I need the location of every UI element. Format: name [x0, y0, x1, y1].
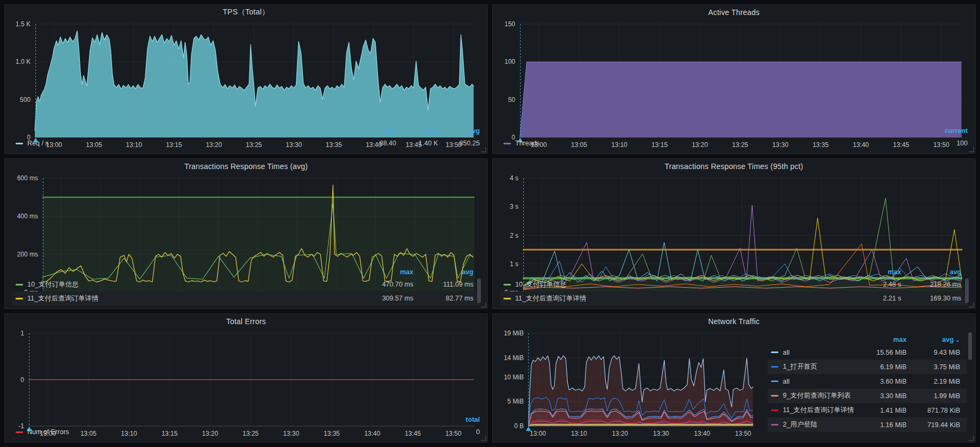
panel-resize-handle[interactable] [969, 302, 974, 307]
svg-text:3 s: 3 s [510, 203, 518, 210]
legend-scrollbar[interactable] [477, 279, 481, 303]
series-color-dash [16, 431, 23, 433]
legend-stat-value: 719.44 KiB [907, 421, 960, 429]
panel-header[interactable]: Transactions Response Times (avg) [5, 159, 487, 174]
legend-series-label[interactable]: 1_打开首页 [783, 362, 857, 371]
legend-row: 2_用户登陆1.16 MiB719.44 KiB [768, 417, 967, 432]
panel-title[interactable]: Transactions Response Times (95th pct) [665, 162, 803, 171]
legend-stat-value: 9.43 MiB [907, 349, 960, 356]
legend-column-header-avg[interactable]: avg [438, 127, 480, 135]
legend-stat-value: 6.19 MiB [857, 363, 907, 371]
panel-resize-handle[interactable] [481, 302, 486, 307]
annotation-marker-icon[interactable] [526, 427, 531, 431]
legend-series-label[interactable]: 10_支付订单信息 [27, 280, 353, 289]
legend-stat-value: 1.41 MiB [857, 407, 907, 414]
legend-stat-value: 3.30 MiB [857, 392, 907, 400]
network-traffic-legend: maxavg⌄all15.56 MiB9.43 MiB1_打开首页6.19 Mi… [758, 329, 972, 440]
legend-scrollbar[interactable] [968, 332, 972, 360]
legend-series-label[interactable]: 9_支付前查询订单列表 [783, 391, 857, 400]
legend-series-label[interactable]: Num of Errors [27, 428, 436, 436]
total-errors-chart[interactable]: 13:0013:0513:1013:1513:2013:2513:3013:35… [9, 329, 482, 414]
tps-legend: minmaxavgReq / s88.401.40 K850.25 [9, 126, 482, 151]
panel-header[interactable]: Total Errors [5, 314, 487, 329]
legend-stat-value: 169.30 ms [901, 295, 961, 302]
legend-series-label[interactable]: all [783, 349, 857, 356]
panel-title[interactable]: Active Threads [708, 8, 760, 17]
legend-column-header-max[interactable]: max [841, 268, 901, 276]
active-threads-legend: currentThreads100 [497, 126, 970, 151]
svg-text:13:30: 13:30 [653, 430, 669, 437]
legend-header-row: minmaxavg [12, 126, 480, 136]
legend-row: all3.60 MiB2.19 MiB [768, 374, 967, 389]
legend-column-header-max[interactable]: max [857, 336, 907, 343]
panel-resize-handle[interactable] [969, 436, 974, 441]
legend-header-row: current [500, 126, 968, 136]
sort-caret-icon: ⌄ [955, 336, 960, 343]
legend-stat-value: 309.57 ms [353, 295, 413, 302]
legend-stat-value: 15.56 MiB [857, 349, 907, 356]
panel-header[interactable]: Active Threads [493, 5, 975, 20]
legend-column-header-max[interactable]: max [396, 127, 438, 135]
series-color-dash [503, 298, 511, 299]
legend-column-header-max[interactable]: max [353, 268, 413, 276]
legend-column-header-min[interactable]: min [354, 127, 396, 135]
legend-series-label[interactable]: Req / s [27, 140, 354, 147]
legend-stat-value: 82.77 ms [413, 295, 473, 302]
panel-header[interactable]: Network Traffic [493, 314, 975, 329]
network-traffic-chart[interactable]: 13:0013:1013:2013:3013:4013:500 B5 MiB10… [497, 329, 758, 440]
svg-text:500: 500 [20, 96, 31, 104]
svg-text:10 MiB: 10 MiB [504, 373, 524, 381]
series-color-dash [771, 380, 778, 382]
legend-series-label[interactable]: 2_用户登陆 [783, 420, 857, 429]
legend-stat-value: 850.25 [438, 140, 480, 147]
panel-response-times-95th: Transactions Response Times (95th pct) 1… [492, 158, 976, 309]
response-times-95th-chart[interactable]: 13:0013:0513:1013:1513:2013:2513:3013:35… [497, 174, 970, 267]
panel-title[interactable]: Total Errors [226, 317, 266, 326]
legend-series-label[interactable]: 10_支付订单信息 [515, 280, 841, 289]
legend-stat-value: 0 [436, 428, 480, 436]
panel-title[interactable]: TPS（Total） [223, 8, 270, 17]
panel-resize-handle[interactable] [481, 436, 486, 441]
svg-text:1.5 K: 1.5 K [16, 20, 31, 28]
legend-stat-value: 470.70 ms [353, 281, 413, 288]
legend-scrollbar[interactable] [965, 279, 969, 303]
legend-column-header-current[interactable]: current [924, 127, 968, 135]
legend-column-header-avg[interactable]: avg⌄ [907, 336, 960, 343]
panel-header[interactable]: TPS（Total） [5, 5, 487, 20]
grafana-dashboard: TPS（Total） 13:0013:0513:1013:1513:2013:2… [0, 0, 980, 447]
series-color-dash [771, 409, 778, 411]
panel-title[interactable]: Transactions Response Times (avg) [184, 162, 308, 171]
legend-row: 10_支付订单信息470.70 ms111.09 ms [12, 277, 480, 291]
panel-resize-handle[interactable] [481, 147, 486, 152]
panel-response-times-avg: Transactions Response Times (avg) 13:001… [4, 158, 488, 309]
legend-stat-value: 218.26 ms [901, 281, 961, 288]
svg-text:0 B: 0 B [514, 422, 524, 430]
legend-column-header-avg[interactable]: avg [901, 268, 961, 276]
legend-stat-value: 100 [924, 140, 968, 147]
legend-series-label[interactable]: 11_支付后查询订单详情 [515, 294, 841, 303]
tps-chart[interactable]: 13:0013:0513:1013:1513:2013:2513:3013:35… [9, 20, 482, 126]
legend-column-header-total[interactable]: total [436, 416, 480, 423]
legend-series-label[interactable]: 11_支付后查询订单详情 [27, 294, 353, 303]
legend-stat-value: 871.78 KiB [907, 407, 960, 414]
legend-stat-value: 2.21 s [841, 295, 901, 302]
legend-series-label[interactable]: 11_支付后查询订单详情 [783, 406, 857, 415]
legend-row: 11_支付后查询订单详情2.21 s169.30 ms [500, 291, 968, 305]
legend-row: 9_支付前查询订单列表3.30 MiB1.99 MiB [768, 389, 967, 403]
legend-column-header-avg[interactable]: avg [413, 268, 473, 276]
panel-title[interactable]: Network Traffic [708, 317, 760, 326]
panel-total-errors: Total Errors 13:0013:0513:1013:1513:2013… [4, 313, 488, 443]
legend-header-row: maxavg [12, 267, 480, 277]
response-times-avg-chart[interactable]: 13:0013:0513:1013:1513:2013:2513:3013:35… [9, 174, 482, 267]
svg-text:13:50: 13:50 [735, 430, 751, 437]
panel-tps-total: TPS（Total） 13:0013:0513:1013:1513:2013:2… [4, 4, 488, 154]
panel-header[interactable]: Transactions Response Times (95th pct) [493, 159, 975, 174]
active-threads-chart[interactable]: 13:0013:0513:1013:1513:2013:2513:3013:35… [497, 20, 970, 126]
legend-series-label[interactable]: Threads [515, 140, 924, 147]
legend-stat-value: 3.75 MiB [907, 363, 960, 371]
legend-stat-value: 2.48 s [841, 281, 901, 288]
legend-stat-value: 1.40 K [396, 140, 438, 147]
series-color-dash [771, 395, 778, 397]
panel-resize-handle[interactable] [969, 147, 974, 152]
legend-series-label[interactable]: all [783, 378, 857, 385]
